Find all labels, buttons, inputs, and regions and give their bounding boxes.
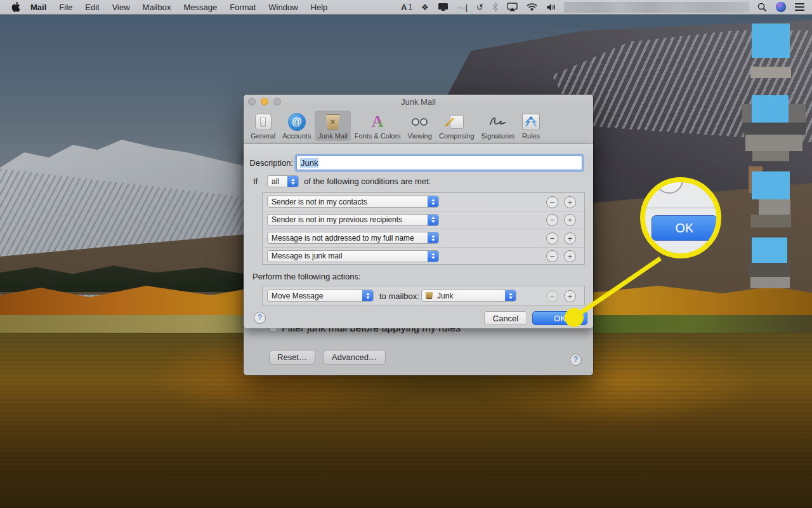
selected-text: Junk — [300, 158, 318, 168]
add-condition-button[interactable]: + — [564, 214, 576, 226]
junk-rule-sheet: Description: Junk If all of the followin… — [244, 144, 593, 328]
match-type-popup[interactable]: all — [267, 175, 299, 187]
censored-desktop-icon — [752, 237, 787, 263]
condition-row: Sender is not in my contacts − + — [263, 193, 584, 211]
magnified-divider — [645, 208, 716, 208]
popup-stepper-icon — [362, 290, 373, 301]
menu-items: MailFileEditViewMailboxMessageFormatWind… — [24, 0, 334, 14]
remove-condition-button[interactable]: − — [546, 196, 558, 208]
mailbox-popup[interactable]: Junk — [421, 290, 516, 302]
sheet-help-button[interactable]: ? — [254, 312, 266, 324]
airplay-icon[interactable] — [502, 0, 522, 14]
menu-item[interactable]: Mailbox — [136, 0, 178, 14]
tab-general[interactable]: General — [247, 110, 278, 141]
ok-button[interactable]: OK — [532, 311, 587, 325]
app-badge-icon[interactable]: A 1 — [396, 0, 417, 14]
to-mailbox-label: to mailbox: — [379, 291, 419, 301]
tab-accounts[interactable]: @ Accounts — [279, 110, 314, 141]
remove-condition-button[interactable]: − — [546, 232, 558, 244]
add-condition-button[interactable]: + — [564, 232, 576, 244]
minimize-button[interactable] — [261, 98, 268, 105]
condition-row: Message is not addressed to my full name… — [263, 229, 584, 248]
popup-stepper-icon — [428, 251, 438, 262]
general-icon — [255, 114, 272, 130]
censored-desktop-icon — [759, 199, 790, 215]
volume-icon[interactable] — [542, 0, 560, 14]
censored-desktop-icon — [749, 263, 790, 277]
tab-junk-mail[interactable]: × Junk Mail — [315, 110, 350, 141]
rules-icon — [522, 114, 540, 130]
badge-letter: A — [401, 3, 407, 12]
add-action-button[interactable]: + — [564, 290, 576, 302]
condition-popup[interactable]: Sender is not in my previous recipients — [267, 214, 439, 226]
censored-menu-items — [564, 2, 749, 13]
remove-condition-button[interactable]: − — [546, 214, 558, 226]
tab-viewing[interactable]: Viewing — [405, 110, 435, 141]
censored-desktop-icon — [743, 123, 806, 135]
tab-signatures[interactable]: Signatures — [478, 110, 518, 141]
menu-item[interactable]: Edit — [79, 0, 105, 14]
menu-item[interactable]: File — [53, 0, 79, 14]
censored-desktop-icon — [745, 135, 802, 151]
popup-stepper-icon — [287, 176, 298, 187]
actions-label: Perform the following actions: — [252, 272, 361, 281]
censored-desktop-icon — [750, 215, 791, 227]
apple-menu-icon[interactable] — [8, 0, 24, 14]
menu-item[interactable]: Format — [223, 0, 262, 14]
tab-composing[interactable]: Composing — [436, 110, 478, 141]
add-condition-button[interactable]: + — [564, 250, 576, 262]
conditions-intro-label: of the following conditions are met: — [304, 177, 431, 186]
wifi-icon[interactable] — [522, 0, 542, 14]
add-condition-button[interactable]: + — [564, 196, 576, 208]
menu-item[interactable]: Message — [177, 0, 223, 14]
dropbox-icon[interactable]: ❖ — [417, 0, 433, 14]
tab-fonts-colors[interactable]: A Fonts & Colors — [351, 110, 404, 141]
remove-condition-button[interactable]: − — [546, 250, 558, 262]
popup-stepper-icon — [428, 232, 438, 243]
display-icon[interactable] — [433, 0, 453, 14]
preferences-window: Junk Mail General @ Accounts × Junk Mail… — [244, 95, 593, 375]
spotlight-icon[interactable] — [753, 0, 771, 14]
popup-stepper-icon — [428, 196, 438, 207]
censored-desktop-icon — [750, 67, 791, 78]
magnified-ok-button: OK — [652, 215, 717, 241]
advanced-button[interactable]: Advanced… — [323, 350, 386, 364]
accounts-icon: @ — [288, 113, 306, 131]
remove-action-button[interactable]: − — [546, 290, 558, 302]
bluetooth-icon[interactable] — [488, 0, 502, 14]
menu-item[interactable]: View — [106, 0, 136, 14]
fonts-colors-icon: A — [372, 114, 384, 130]
menu-item[interactable]: Mail — [24, 0, 53, 14]
badge-count: 1 — [408, 3, 412, 11]
notification-center-icon[interactable] — [790, 0, 812, 14]
siri-icon[interactable] — [771, 0, 790, 14]
cancel-button[interactable]: Cancel — [484, 311, 527, 325]
menu-item[interactable]: Help — [304, 0, 334, 14]
description-input[interactable]: Junk — [296, 156, 582, 170]
action-verb-popup[interactable]: Move Message — [267, 290, 374, 302]
junk-mailbox-icon — [425, 292, 433, 299]
popup-stepper-icon — [505, 290, 516, 301]
condition-popup[interactable]: Message is junk mail — [267, 250, 439, 262]
censored-desktop-icon — [750, 277, 790, 288]
if-label: If — [253, 177, 258, 186]
junk-mail-icon: × — [325, 114, 341, 130]
tab-rules[interactable]: Rules — [518, 110, 544, 141]
time-machine-icon[interactable]: ↺ — [472, 0, 488, 14]
popup-stepper-icon — [428, 215, 438, 225]
input-menu-icon[interactable]: ···| — [453, 0, 472, 14]
censored-desktop-icon — [752, 23, 790, 58]
conditions-list: Sender is not in my contacts − + Sender … — [262, 192, 585, 265]
window-title: Junk Mail — [401, 97, 436, 107]
censored-desktop-icon — [752, 171, 790, 199]
close-button[interactable] — [248, 98, 256, 105]
condition-popup[interactable]: Message is not addressed to my full name — [267, 232, 439, 244]
menu-item[interactable]: Window — [262, 0, 304, 14]
help-button[interactable]: ? — [570, 354, 582, 366]
title-bar[interactable]: Junk Mail — [244, 95, 593, 109]
zoom-button[interactable] — [273, 98, 281, 105]
reset-button[interactable]: Reset… — [269, 350, 315, 364]
description-label: Description: — [244, 158, 293, 168]
condition-popup[interactable]: Sender is not in my contacts — [267, 196, 439, 208]
censored-desktop-icon — [752, 151, 789, 161]
